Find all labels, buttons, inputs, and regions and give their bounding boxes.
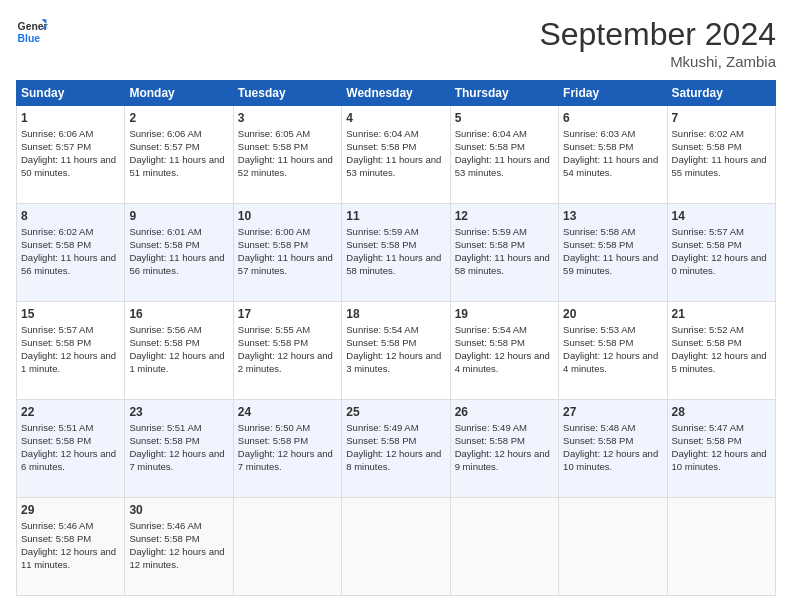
svg-text:Blue: Blue: [18, 33, 41, 44]
calendar-cell: 18Sunrise: 5:54 AMSunset: 5:58 PMDayligh…: [342, 302, 450, 400]
calendar-cell: 3Sunrise: 6:05 AMSunset: 5:58 PMDaylight…: [233, 106, 341, 204]
page: General Blue September 2024 Mkushi, Zamb…: [0, 0, 792, 612]
calendar-week-3: 22Sunrise: 5:51 AMSunset: 5:58 PMDayligh…: [17, 400, 776, 498]
calendar-cell: 11Sunrise: 5:59 AMSunset: 5:58 PMDayligh…: [342, 204, 450, 302]
calendar-cell: [559, 498, 667, 596]
calendar-cell: 29Sunrise: 5:46 AMSunset: 5:58 PMDayligh…: [17, 498, 125, 596]
day-number: 14: [672, 208, 771, 224]
day-number: 4: [346, 110, 445, 126]
day-number: 28: [672, 404, 771, 420]
calendar-cell: 27Sunrise: 5:48 AMSunset: 5:58 PMDayligh…: [559, 400, 667, 498]
day-number: 9: [129, 208, 228, 224]
day-number: 13: [563, 208, 662, 224]
calendar-cell: 23Sunrise: 5:51 AMSunset: 5:58 PMDayligh…: [125, 400, 233, 498]
calendar-cell: 8Sunrise: 6:02 AMSunset: 5:58 PMDaylight…: [17, 204, 125, 302]
calendar-cell: 10Sunrise: 6:00 AMSunset: 5:58 PMDayligh…: [233, 204, 341, 302]
calendar-week-1: 8Sunrise: 6:02 AMSunset: 5:58 PMDaylight…: [17, 204, 776, 302]
calendar-cell: 14Sunrise: 5:57 AMSunset: 5:58 PMDayligh…: [667, 204, 775, 302]
calendar-cell: 26Sunrise: 5:49 AMSunset: 5:58 PMDayligh…: [450, 400, 558, 498]
calendar-week-2: 15Sunrise: 5:57 AMSunset: 5:58 PMDayligh…: [17, 302, 776, 400]
day-number: 8: [21, 208, 120, 224]
day-number: 19: [455, 306, 554, 322]
calendar-cell: 2Sunrise: 6:06 AMSunset: 5:57 PMDaylight…: [125, 106, 233, 204]
calendar-cell: 16Sunrise: 5:56 AMSunset: 5:58 PMDayligh…: [125, 302, 233, 400]
day-number: 17: [238, 306, 337, 322]
calendar-cell: 4Sunrise: 6:04 AMSunset: 5:58 PMDaylight…: [342, 106, 450, 204]
calendar-cell: 1Sunrise: 6:06 AMSunset: 5:57 PMDaylight…: [17, 106, 125, 204]
day-number: 16: [129, 306, 228, 322]
header-wednesday: Wednesday: [342, 81, 450, 106]
day-number: 15: [21, 306, 120, 322]
calendar-cell: 21Sunrise: 5:52 AMSunset: 5:58 PMDayligh…: [667, 302, 775, 400]
calendar-cell: 19Sunrise: 5:54 AMSunset: 5:58 PMDayligh…: [450, 302, 558, 400]
calendar-cell: 30Sunrise: 5:46 AMSunset: 5:58 PMDayligh…: [125, 498, 233, 596]
day-number: 22: [21, 404, 120, 420]
calendar-cell: 17Sunrise: 5:55 AMSunset: 5:58 PMDayligh…: [233, 302, 341, 400]
header-friday: Friday: [559, 81, 667, 106]
day-number: 3: [238, 110, 337, 126]
weekday-header-row: Sunday Monday Tuesday Wednesday Thursday…: [17, 81, 776, 106]
location: Mkushi, Zambia: [539, 53, 776, 70]
calendar-cell: 5Sunrise: 6:04 AMSunset: 5:58 PMDaylight…: [450, 106, 558, 204]
calendar-cell: 12Sunrise: 5:59 AMSunset: 5:58 PMDayligh…: [450, 204, 558, 302]
day-number: 2: [129, 110, 228, 126]
day-number: 5: [455, 110, 554, 126]
calendar-cell: 9Sunrise: 6:01 AMSunset: 5:58 PMDaylight…: [125, 204, 233, 302]
svg-text:General: General: [18, 21, 48, 32]
day-number: 26: [455, 404, 554, 420]
header: General Blue September 2024 Mkushi, Zamb…: [16, 16, 776, 70]
header-tuesday: Tuesday: [233, 81, 341, 106]
day-number: 23: [129, 404, 228, 420]
calendar-cell: 13Sunrise: 5:58 AMSunset: 5:58 PMDayligh…: [559, 204, 667, 302]
header-saturday: Saturday: [667, 81, 775, 106]
calendar-cell: [342, 498, 450, 596]
calendar-cell: [667, 498, 775, 596]
calendar-cell: 25Sunrise: 5:49 AMSunset: 5:58 PMDayligh…: [342, 400, 450, 498]
day-number: 27: [563, 404, 662, 420]
month-year: September 2024: [539, 16, 776, 53]
calendar-cell: [450, 498, 558, 596]
calendar-week-0: 1Sunrise: 6:06 AMSunset: 5:57 PMDaylight…: [17, 106, 776, 204]
calendar-cell: 15Sunrise: 5:57 AMSunset: 5:58 PMDayligh…: [17, 302, 125, 400]
header-thursday: Thursday: [450, 81, 558, 106]
header-sunday: Sunday: [17, 81, 125, 106]
calendar-cell: 28Sunrise: 5:47 AMSunset: 5:58 PMDayligh…: [667, 400, 775, 498]
day-number: 20: [563, 306, 662, 322]
header-monday: Monday: [125, 81, 233, 106]
title-block: September 2024 Mkushi, Zambia: [539, 16, 776, 70]
logo-icon: General Blue: [16, 16, 48, 48]
day-number: 6: [563, 110, 662, 126]
day-number: 25: [346, 404, 445, 420]
day-number: 24: [238, 404, 337, 420]
calendar-table: Sunday Monday Tuesday Wednesday Thursday…: [16, 80, 776, 596]
day-number: 1: [21, 110, 120, 126]
calendar-cell: 24Sunrise: 5:50 AMSunset: 5:58 PMDayligh…: [233, 400, 341, 498]
calendar-week-4: 29Sunrise: 5:46 AMSunset: 5:58 PMDayligh…: [17, 498, 776, 596]
day-number: 7: [672, 110, 771, 126]
calendar-cell: 22Sunrise: 5:51 AMSunset: 5:58 PMDayligh…: [17, 400, 125, 498]
day-number: 11: [346, 208, 445, 224]
calendar-cell: 20Sunrise: 5:53 AMSunset: 5:58 PMDayligh…: [559, 302, 667, 400]
day-number: 10: [238, 208, 337, 224]
day-number: 30: [129, 502, 228, 518]
day-number: 18: [346, 306, 445, 322]
calendar-cell: 6Sunrise: 6:03 AMSunset: 5:58 PMDaylight…: [559, 106, 667, 204]
day-number: 12: [455, 208, 554, 224]
logo: General Blue: [16, 16, 48, 48]
calendar-cell: [233, 498, 341, 596]
day-number: 21: [672, 306, 771, 322]
calendar-cell: 7Sunrise: 6:02 AMSunset: 5:58 PMDaylight…: [667, 106, 775, 204]
day-number: 29: [21, 502, 120, 518]
